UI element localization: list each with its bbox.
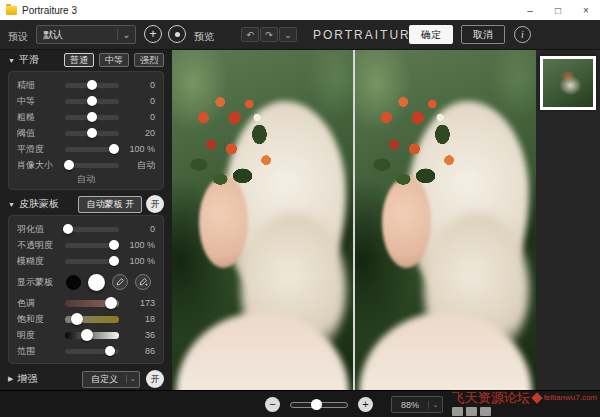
skin-mask-section-header[interactable]: ▼ 皮肤蒙板 自动蒙板 开 开 xyxy=(0,194,172,214)
preset-dropdown[interactable]: 默认 ⌄ xyxy=(36,25,136,44)
ok-button[interactable]: 确定 xyxy=(409,25,453,44)
slider-row-blur: 模糊度 100 % xyxy=(17,253,155,269)
auto-mask-button[interactable]: 自动蒙板 开 xyxy=(78,196,142,213)
chevron-down-icon: ⌄ xyxy=(428,401,442,409)
slider-value: 86 xyxy=(125,346,155,356)
slider-row-smoothness: 平滑度 100 % xyxy=(17,141,155,157)
watermark-block xyxy=(480,407,491,416)
enhance-preset-dropdown[interactable]: 自定义 ⌄ xyxy=(82,371,140,388)
after-image[interactable] xyxy=(355,50,536,390)
slider-value: 18 xyxy=(125,314,155,324)
watermark-text: 飞天资源论坛 xyxy=(452,391,530,405)
cancel-button[interactable]: 取消 xyxy=(461,25,505,44)
slider-thumb[interactable] xyxy=(71,313,83,325)
redo-icon: ↷ xyxy=(265,30,273,40)
chevron-down-icon: ⌄ xyxy=(126,375,139,383)
slider-thumb[interactable] xyxy=(63,224,73,234)
add-preset-button[interactable]: + xyxy=(144,25,162,43)
slider-thumb[interactable] xyxy=(87,96,97,106)
eyedropper-button[interactable] xyxy=(112,274,128,290)
zoom-slider-thumb[interactable] xyxy=(311,399,322,410)
slider-thumb[interactable] xyxy=(105,346,115,356)
slider-track[interactable] xyxy=(65,147,119,152)
slider-value: 自动 xyxy=(125,159,155,172)
slider-label: 阈值 xyxy=(17,127,59,140)
slider-track[interactable] xyxy=(65,83,119,88)
slider-track[interactable] xyxy=(65,115,119,120)
saturation-slider-track[interactable] xyxy=(65,316,119,323)
watermark-logo-icon xyxy=(531,392,542,403)
slider-thumb[interactable] xyxy=(109,240,119,250)
enhance-section-header[interactable]: ▶ 增强 自定义 ⌄ 开 xyxy=(0,368,172,390)
before-image[interactable] xyxy=(172,50,353,390)
minus-icon: − xyxy=(269,399,275,410)
preset-normal-button[interactable]: 普通 xyxy=(64,53,94,67)
app-icon xyxy=(6,6,17,15)
triangle-down-icon: ▼ xyxy=(8,201,15,208)
slider-value: 100 % xyxy=(125,240,155,250)
slider-row-threshold: 阈值 20 xyxy=(17,125,155,141)
slider-label: 精细 xyxy=(17,79,59,92)
black-mask-swatch[interactable] xyxy=(66,275,81,290)
smoothing-section-header[interactable]: ▼ 平滑 普通 中等 强烈 xyxy=(0,50,172,70)
slider-track[interactable] xyxy=(65,243,119,248)
slider-value: 36 xyxy=(125,330,155,340)
redo-button[interactable]: ↷ xyxy=(260,27,278,42)
slider-track[interactable] xyxy=(65,259,119,264)
slider-label: 不透明度 xyxy=(17,239,59,252)
preset-strong-button[interactable]: 强烈 xyxy=(134,53,164,67)
slider-value: 0 xyxy=(125,224,155,234)
slider-thumb[interactable] xyxy=(109,256,119,266)
slider-thumb[interactable] xyxy=(109,144,119,154)
slider-thumb[interactable] xyxy=(81,329,93,341)
zoom-in-button[interactable]: + xyxy=(358,397,373,412)
info-icon: i xyxy=(521,29,524,40)
watermark-url: feitianwu7.com xyxy=(544,394,597,402)
hue-slider-track[interactable] xyxy=(65,300,119,307)
undo-button[interactable]: ↶ xyxy=(241,27,259,42)
skin-mask-on-button[interactable]: 开 xyxy=(146,195,164,213)
slider-thumb[interactable] xyxy=(105,297,117,309)
window-title: Portraiture 3 xyxy=(22,5,77,16)
zoom-slider-track[interactable] xyxy=(290,402,348,408)
white-mask-swatch[interactable] xyxy=(88,274,105,291)
slider-thumb[interactable] xyxy=(87,128,97,138)
slider-track[interactable] xyxy=(65,227,119,232)
slider-row-saturation: 饱和度 18 xyxy=(17,311,155,327)
smoothing-title: ▼ 平滑 xyxy=(8,53,39,67)
minimize-button[interactable]: – xyxy=(516,0,544,20)
slider-label: 明度 xyxy=(17,329,59,342)
slider-thumb[interactable] xyxy=(64,160,74,170)
slider-row-lightness: 明度 36 xyxy=(17,327,155,343)
slider-track[interactable] xyxy=(65,163,119,168)
image-thumbnail[interactable] xyxy=(540,56,596,110)
slider-label: 羽化值 xyxy=(17,223,59,236)
title-bar: Portraiture 3 – □ × xyxy=(0,0,600,20)
zoom-level-dropdown[interactable]: 88% ⌄ xyxy=(391,396,443,413)
slider-label: 肖像大小 xyxy=(17,159,59,172)
maximize-button[interactable]: □ xyxy=(544,0,572,20)
eyedropper-plus-button[interactable] xyxy=(135,274,151,290)
slider-track[interactable] xyxy=(65,131,119,136)
slider-track[interactable] xyxy=(65,99,119,104)
plus-icon: + xyxy=(362,399,368,410)
slider-row-fine: 精细 0 xyxy=(17,77,155,93)
history-dropdown-button[interactable]: ⌄ xyxy=(279,27,297,42)
enhance-on-button[interactable]: 开 xyxy=(146,370,164,388)
show-mask-row: 显示蒙板 xyxy=(17,269,155,295)
triangle-down-icon: ▼ xyxy=(8,57,15,64)
range-slider-track[interactable] xyxy=(65,349,119,354)
slider-value: 173 xyxy=(125,298,155,308)
preset-medium-button[interactable]: 中等 xyxy=(99,53,129,67)
eyedropper-icon xyxy=(115,277,125,287)
slider-thumb[interactable] xyxy=(87,80,97,90)
preview-toggle-button[interactable] xyxy=(168,25,186,43)
info-button[interactable]: i xyxy=(514,26,531,43)
bottom-bar: − + 88% ⌄ 飞天资源论坛feitianwu7.com xyxy=(0,390,600,417)
lightness-slider-track[interactable] xyxy=(65,332,119,339)
skin-mask-title: ▼ 皮肤蒙板 xyxy=(8,197,59,211)
slider-label: 平滑度 xyxy=(17,143,59,156)
close-button[interactable]: × xyxy=(572,0,600,20)
zoom-out-button[interactable]: − xyxy=(265,397,280,412)
slider-thumb[interactable] xyxy=(87,112,97,122)
